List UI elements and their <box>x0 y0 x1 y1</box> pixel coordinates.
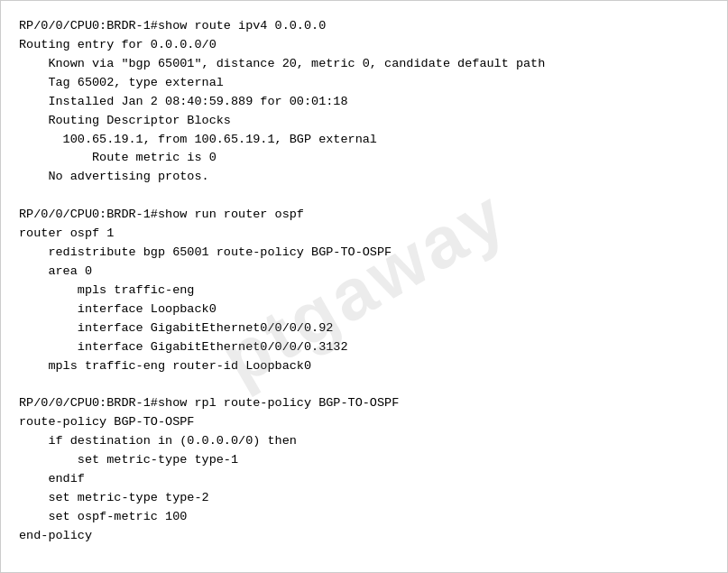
terminal-container: ptgaway RP/0/0/CPU0:BRDR-1#show route ip… <box>0 0 728 573</box>
terminal-output: RP/0/0/CPU0:BRDR-1#show route ipv4 0.0.0… <box>19 17 709 546</box>
